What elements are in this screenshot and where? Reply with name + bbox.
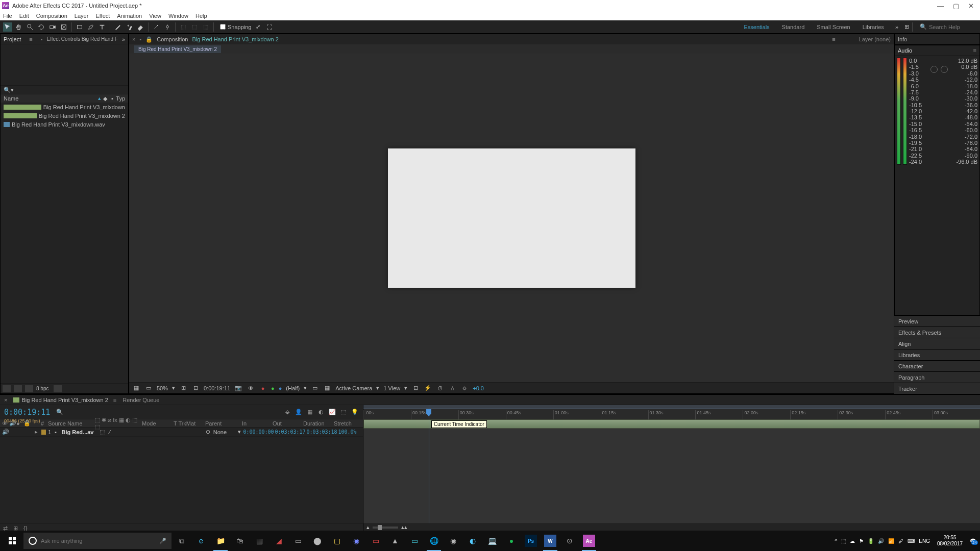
exposure-value[interactable]: +0.0 [473,385,484,391]
time-ruler[interactable]: :00s00:15s00:30s00:45s01:00s01:15s01:30s… [363,405,980,419]
snap-collapse-icon[interactable]: ⛶ [265,22,274,32]
edge-icon[interactable]: e [192,531,210,551]
start-button[interactable] [2,531,22,551]
roi-icon[interactable]: ▭ [311,385,319,392]
workspace-libraries[interactable]: Libraries [857,22,889,32]
keyboard-icon[interactable]: ⌨ [908,538,915,544]
project-item[interactable]: Big Red Hand Print V3_mixdown 2 [1,111,128,120]
menu-composition[interactable]: Composition [36,13,67,19]
clone-tool[interactable] [125,22,134,32]
current-time[interactable]: 0:00:19:11 [4,408,50,417]
grid-icon[interactable]: ⊡ [191,385,200,392]
steam-icon[interactable]: ◉ [444,531,462,551]
audio-menu-icon[interactable]: ≡ [973,47,976,54]
label-color[interactable] [41,430,46,435]
workspace-standard[interactable]: Standard [777,22,810,32]
world-axis-icon[interactable]: ⬚ [190,22,199,32]
tray-overflow-icon[interactable]: ^ [835,538,838,544]
project-menu-icon[interactable]: ≡ [29,36,32,42]
libraries-panel[interactable]: Libraries [894,349,980,360]
app-icon-6[interactable]: ▭ [405,531,424,551]
tray-icon[interactable]: ☁ [850,538,855,544]
snap-edge-icon[interactable]: ⤢ [254,22,263,32]
app-icon-7[interactable]: ◐ [463,531,482,551]
hand-tool[interactable] [14,22,23,32]
roto-tool[interactable] [152,22,161,32]
local-axis-icon[interactable]: ⬚ [179,22,188,32]
photoshop-icon[interactable]: Ps [522,531,540,551]
col-in[interactable]: In [242,420,272,427]
col-trkmat[interactable]: T TrkMat [174,420,204,427]
resolution-dropdown[interactable]: (Half) [286,385,300,391]
lock-icon[interactable]: 🔒 [145,36,153,43]
tracker-panel[interactable]: Tracker [894,383,980,394]
timeline-icon[interactable]: ⏱ [436,385,444,392]
new-folder-button[interactable] [14,385,22,392]
text-tool[interactable] [97,22,107,32]
comp-menu-icon[interactable]: ≡ [832,36,835,42]
tray-icon[interactable]: ⚑ [859,538,864,544]
project-item[interactable]: Big Red Hand Print V3_mixdown.wav [1,120,128,129]
app-icon-3[interactable]: ▭ [289,531,307,551]
col-out[interactable]: Out [273,420,302,427]
word-icon[interactable]: W [541,531,559,551]
toggle-switches-icon[interactable]: ⇄ [3,525,10,530]
col-parent[interactable]: Parent [205,420,241,427]
close-timeline-tab[interactable]: × [4,397,7,403]
shy-icon[interactable]: 👤 [295,409,303,416]
snapshot-icon[interactable]: 📷 [234,385,242,392]
col-duration[interactable]: Duration [303,420,333,427]
motion-blur-icon[interactable]: ◐ [317,409,325,416]
col-type-icon[interactable]: ▪ [109,95,116,102]
minimize-button[interactable]: — [937,2,944,10]
menu-animation[interactable]: Animation [117,13,142,19]
show-snapshot-icon[interactable]: 👁 [247,385,255,392]
col-label-icon[interactable]: ◆ [102,95,109,102]
layer-in[interactable]: 0:00:00:00 [243,429,273,435]
lang-indicator[interactable]: ENG [919,538,930,544]
audio-knob-right[interactable] [941,66,948,73]
project-search-icon[interactable]: 🔍▾ [4,87,14,93]
work-area-bar[interactable] [363,405,980,409]
toggle-alpha-icon[interactable]: ▦ [132,385,140,392]
cortana-search[interactable]: 🎤 [23,533,172,549]
menu-window[interactable]: Window [168,13,188,19]
timeline-search-icon[interactable]: 🔍 [56,409,63,415]
layer-duration[interactable]: 0:03:03:18 [306,429,336,435]
comp-marker-icon[interactable]: ⬙ [283,409,291,416]
graph-icon[interactable]: 📈 [328,409,336,416]
search-help-input[interactable] [929,24,975,30]
snapping-checkbox[interactable] [220,24,226,30]
pen-tool[interactable] [86,22,95,32]
timecode-display[interactable]: 0:00:19:11 [204,385,230,391]
toggle-in-out-icon[interactable]: {} [23,525,31,530]
character-panel[interactable]: Character [894,360,980,371]
camera-tool[interactable] [48,22,57,32]
audio-tab[interactable]: Audio [898,47,912,54]
workspace-overflow-icon[interactable]: » [891,24,902,30]
col-name[interactable]: Name [4,95,97,102]
close-tab-icon[interactable]: × [132,36,135,42]
comp-name[interactable]: Big Red Hand Print V3_mixdown 2 [192,36,278,42]
breadcrumb-item[interactable]: Big Red Hand Print V3_mixdown 2 [134,45,221,53]
chrome-icon[interactable]: 🌐 [425,531,443,551]
effect-controls-tab[interactable]: Effect Controls Big Red Hand F [47,36,118,42]
discord-icon[interactable]: ◉ [347,531,365,551]
menu-effect[interactable]: Effect [95,13,110,19]
flowchart-btn-icon[interactable]: ⑃ [448,385,456,392]
layer-out[interactable]: 0:03:03:17 [275,429,304,435]
rotate-tool[interactable] [37,22,46,32]
layer-row[interactable]: 🔊 ▸ 1 ▪ Big Red...av ⬚⁄ ⊙ None▾ 0:00:00:… [0,428,363,437]
close-button[interactable]: ✕ [968,2,974,10]
app-icon-9[interactable]: ⊙ [560,531,579,551]
channel-icon[interactable]: ● [259,385,267,392]
composition-canvas[interactable] [388,148,635,288]
after-effects-icon[interactable]: Ae [580,531,598,551]
app-icon-2[interactable]: ◢ [270,531,288,551]
view-axis-icon[interactable]: ⬚ [201,22,210,32]
delete-button[interactable] [54,385,62,392]
view-dropdown[interactable]: 1 View [383,385,400,391]
preview-panel[interactable]: Preview [894,315,980,327]
spotify-icon[interactable]: ● [502,531,521,551]
network-icon[interactable]: 📶 [888,538,894,544]
